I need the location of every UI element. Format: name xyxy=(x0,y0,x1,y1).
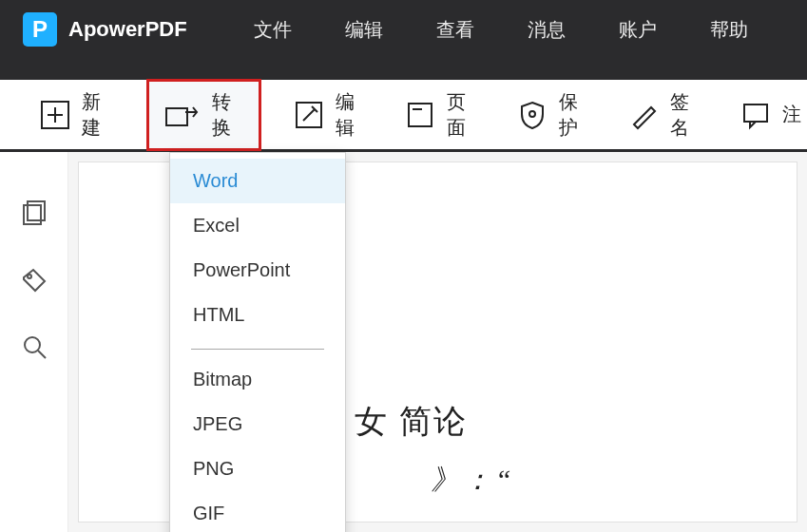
pen-icon xyxy=(628,100,659,130)
convert-label: 转换 xyxy=(212,89,243,141)
svg-point-11 xyxy=(28,275,31,278)
protect-label: 保护 xyxy=(559,89,591,141)
search-icon[interactable] xyxy=(18,331,50,363)
menu-account[interactable]: 账户 xyxy=(619,17,657,43)
page-button[interactable]: 页面 xyxy=(399,86,485,144)
convert-button[interactable]: 转换 xyxy=(146,79,261,151)
dropdown-item-jpeg[interactable]: JPEG xyxy=(170,402,345,446)
page-label: 页面 xyxy=(447,89,479,141)
dropdown-item-word[interactable]: Word xyxy=(170,159,345,203)
protect-button[interactable]: 保护 xyxy=(511,86,597,144)
dark-strip xyxy=(0,59,807,80)
menu-edit[interactable]: 编辑 xyxy=(345,17,383,43)
doc-line2: 》：“ xyxy=(431,461,516,500)
tag-icon[interactable] xyxy=(18,264,50,296)
toolbar: 新建 转换 编辑 页面 保护 签名 注 xyxy=(0,80,807,152)
menubar: P ApowerPDF 文件 编辑 查看 消息 账户 帮助 xyxy=(0,0,807,59)
menu-help[interactable]: 帮助 xyxy=(710,17,748,43)
new-button[interactable]: 新建 xyxy=(34,86,120,144)
dropdown-item-html[interactable]: HTML xyxy=(170,293,345,337)
workspace: 女 简论 》：“ 可以了解… xyxy=(0,152,807,532)
document-text: 女 简论 》：“ 可以了解… xyxy=(355,400,516,522)
dropdown-item-bitmap[interactable]: Bitmap xyxy=(170,357,345,402)
new-label: 新建 xyxy=(82,89,114,141)
comment-icon xyxy=(740,100,771,130)
edit-icon xyxy=(294,100,324,130)
dropdown-item-excel[interactable]: Excel xyxy=(170,203,345,248)
dropdown-group-documents: Word Excel PowerPoint HTML xyxy=(170,159,345,345)
menu-items: 文件 编辑 查看 消息 账户 帮助 xyxy=(254,17,748,43)
pages-panel-icon[interactable] xyxy=(18,198,50,230)
svg-rect-3 xyxy=(166,108,187,125)
convert-dropdown: Word Excel PowerPoint HTML Bitmap JPEG P… xyxy=(169,152,346,532)
plus-icon xyxy=(40,100,70,130)
svg-point-12 xyxy=(25,337,40,352)
menu-file[interactable]: 文件 xyxy=(254,17,292,43)
sign-label: 签名 xyxy=(670,89,702,141)
dropdown-item-gif[interactable]: GIF xyxy=(170,491,345,532)
dropdown-separator xyxy=(191,349,324,350)
menu-message[interactable]: 消息 xyxy=(528,17,566,43)
svg-line-13 xyxy=(38,351,46,358)
svg-point-7 xyxy=(529,111,535,117)
doc-line3: 可以了解… xyxy=(355,521,516,522)
sign-button[interactable]: 签名 xyxy=(623,86,708,144)
dropdown-item-png[interactable]: PNG xyxy=(170,446,345,491)
doc-line1: 女 简论 xyxy=(355,400,516,444)
dropdown-item-powerpoint[interactable]: PowerPoint xyxy=(170,248,345,293)
app-logo: P ApowerPDF xyxy=(0,12,210,47)
annotate-label: 注 xyxy=(782,102,801,127)
dropdown-group-images: Bitmap JPEG PNG GIF xyxy=(170,357,345,532)
edit-button[interactable]: 编辑 xyxy=(288,86,374,144)
logo-badge: P xyxy=(23,12,57,47)
shield-icon xyxy=(517,100,548,130)
sidebar xyxy=(0,152,68,532)
edit-label: 编辑 xyxy=(336,89,368,141)
svg-rect-8 xyxy=(744,104,767,122)
annotate-button[interactable]: 注 xyxy=(735,96,807,134)
page-icon xyxy=(405,100,435,130)
svg-rect-5 xyxy=(409,104,432,126)
menu-view[interactable]: 查看 xyxy=(436,17,474,43)
app-title: ApowerPDF xyxy=(68,17,187,42)
convert-icon xyxy=(164,101,201,129)
